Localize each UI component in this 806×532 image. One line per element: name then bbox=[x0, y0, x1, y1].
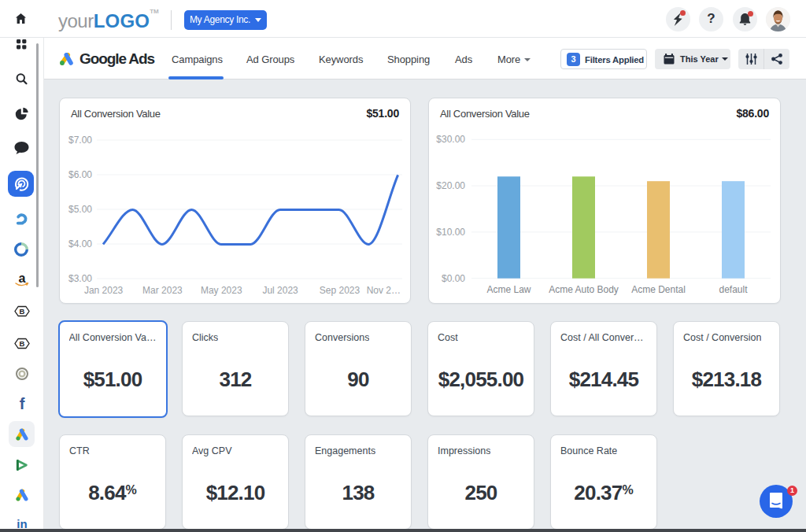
svg-text:Sep 2023: Sep 2023 bbox=[320, 285, 360, 296]
svg-text:$3.00: $3.00 bbox=[68, 273, 92, 284]
svg-text:May 2023: May 2023 bbox=[201, 285, 242, 296]
svg-text:$10.00: $10.00 bbox=[436, 227, 465, 238]
svg-text:$0.00: $0.00 bbox=[442, 273, 465, 284]
svg-text:$7.00: $7.00 bbox=[68, 135, 92, 146]
svg-text:$5.00: $5.00 bbox=[68, 204, 92, 215]
svg-text:B: B bbox=[20, 339, 25, 348]
svg-text:Acme Law: Acme Law bbox=[486, 284, 531, 295]
svg-text:Jan 2023: Jan 2023 bbox=[84, 285, 124, 296]
svg-text:$4.00: $4.00 bbox=[68, 238, 92, 249]
svg-text:Mar 2023: Mar 2023 bbox=[142, 285, 183, 296]
svg-text:$20.00: $20.00 bbox=[436, 180, 465, 191]
svg-text:Acme Auto Body: Acme Auto Body bbox=[549, 284, 619, 295]
svg-text:B: B bbox=[20, 307, 25, 316]
svg-text:Acme Dental: Acme Dental bbox=[631, 284, 686, 295]
svg-text:$6.00: $6.00 bbox=[68, 169, 92, 180]
svg-text:default: default bbox=[719, 284, 748, 295]
svg-text:$30.00: $30.00 bbox=[436, 134, 465, 145]
svg-text:Jul 2023: Jul 2023 bbox=[262, 285, 298, 296]
svg-text:Nov 2…: Nov 2… bbox=[367, 285, 401, 296]
